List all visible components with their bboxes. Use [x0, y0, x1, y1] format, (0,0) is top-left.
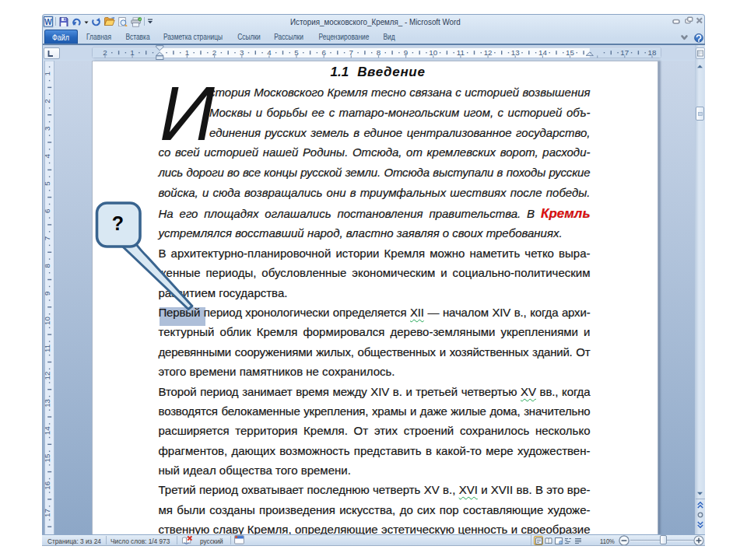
- svg-text:15: 15: [44, 453, 51, 462]
- svg-text:8: 8: [44, 263, 51, 268]
- svg-text:W: W: [44, 18, 52, 26]
- svg-text:14: 14: [44, 425, 51, 434]
- svg-text:1: 1: [44, 72, 51, 75]
- svg-text:4: 4: [44, 153, 51, 158]
- svg-text:17: 17: [44, 509, 51, 517]
- svg-text:10: 10: [44, 316, 51, 324]
- svg-text:16: 16: [44, 481, 51, 489]
- svg-text:13: 13: [44, 398, 51, 407]
- svg-text:11: 11: [44, 344, 51, 352]
- svg-text:2: 2: [44, 99, 51, 103]
- svg-text:5: 5: [44, 180, 51, 185]
- svg-text:3: 3: [44, 126, 51, 131]
- svg-text:12: 12: [44, 371, 51, 380]
- svg-text:6: 6: [44, 208, 51, 213]
- svg-text:?: ?: [112, 212, 124, 234]
- svg-text:9: 9: [44, 291, 51, 295]
- svg-text:7: 7: [44, 236, 51, 240]
